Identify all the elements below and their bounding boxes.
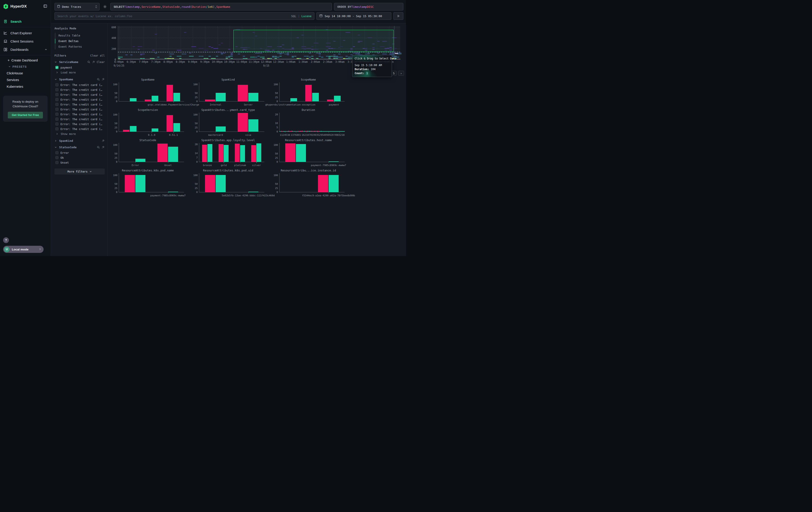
toggle-lucene[interactable]: Lucene: [301, 15, 312, 18]
checkbox[interactable]: [55, 113, 58, 116]
clear-all-button[interactable]: Clear all: [90, 54, 105, 57]
filter-section-name: SpanName: [59, 78, 95, 81]
help-button[interactable]: ?: [3, 237, 9, 243]
checkbox[interactable]: [55, 151, 58, 154]
create-dashboard-button[interactable]: + Create Dashboard: [0, 57, 51, 64]
inlier-bar: [130, 98, 137, 101]
source-selector[interactable]: Demo Traces: [55, 3, 99, 10]
search-icon[interactable]: [87, 60, 90, 64]
filter-option[interactable]: Error: The credit card (…: [55, 107, 105, 112]
filter-section-servicename: ServiceNameClearpaymentLoad more: [55, 60, 105, 75]
inlier-bar: [216, 93, 226, 101]
filter-option[interactable]: Error: [55, 150, 105, 155]
chart-y-tick: 50: [272, 92, 278, 95]
sidebar-item-clickhouse[interactable]: ClickHouse: [0, 70, 51, 77]
pin-icon[interactable]: [102, 78, 105, 81]
checkbox[interactable]: [55, 93, 58, 96]
toggle-sql[interactable]: SQL: [291, 15, 296, 18]
sidebar-item-dashboards[interactable]: Dashboards: [0, 46, 51, 54]
load-more-button[interactable]: Load more: [55, 70, 105, 75]
sidebar-item-search[interactable]: Search: [0, 17, 51, 26]
chart-x-label: 5e02b5fb-13ae-4296-bbbc-111f423c460d: [222, 194, 274, 197]
show-more-button[interactable]: Show more: [55, 131, 105, 136]
analysis-mode-option-event-deltas[interactable]: Event Deltas: [55, 38, 105, 44]
sidebar-item-services[interactable]: Services: [0, 77, 51, 83]
topbar-row-search: SQL | Lucene Sep 14 18:00:00 - Sep 15 05…: [55, 12, 403, 20]
presets-toggle[interactable]: PRESETS: [0, 64, 51, 70]
source-settings-gear-icon[interactable]: [102, 3, 108, 10]
chart-x-label: payment-7985c8969c-mwmw7: [311, 164, 346, 167]
chart-x-label: 19935295: [312, 134, 323, 136]
filter-option[interactable]: Error: The credit card (…: [55, 92, 105, 97]
right-column: Demo Traces SELECT Timestamp, ServiceNam…: [51, 0, 406, 256]
filter-section-header[interactable]: StatusCode: [55, 145, 105, 149]
filter-section-header[interactable]: SpanKind: [55, 139, 105, 142]
filter-option[interactable]: Ok: [55, 155, 105, 160]
chart-y-tick: 100: [111, 143, 117, 146]
filter-option[interactable]: Error: The credit card (…: [55, 112, 105, 117]
chart-plot: 02550100f5344ec9-a1ea-4290-a62a-78f5bee8…: [279, 173, 345, 192]
pagination-next-button[interactable]: ›: [398, 71, 404, 76]
filter-option[interactable]: payment: [55, 65, 105, 70]
filter-option[interactable]: Error: The credit card (…: [55, 87, 105, 92]
pin-icon[interactable]: [92, 60, 95, 64]
chart-y-tick: 100: [192, 83, 198, 86]
chart-title: ResourceAttribu...ice.instance.id: [272, 169, 345, 172]
filter-option[interactable]: Error: The credit card (…: [55, 102, 105, 107]
checkbox[interactable]: [55, 123, 58, 126]
run-query-button[interactable]: [393, 12, 403, 20]
more-filters-button[interactable]: More filters: [55, 168, 105, 174]
select-clause-input[interactable]: SELECT Timestamp, ServiceName, StatusCod…: [110, 3, 332, 10]
selection-rectangle[interactable]: [233, 30, 394, 52]
get-started-button[interactable]: Get Started for Free: [8, 112, 43, 118]
checkbox[interactable]: [55, 103, 58, 106]
delta-chart-statuscode: StatusCode02550100ErrorUnset: [111, 138, 184, 167]
search-icon[interactable]: [97, 146, 100, 149]
clear-filter-button[interactable]: Clear: [97, 60, 105, 64]
analysis-mode-option-event-patterns[interactable]: Event Patterns: [55, 44, 105, 49]
search-input[interactable]: [57, 15, 289, 18]
checkbox[interactable]: [55, 108, 58, 111]
checkbox[interactable]: [55, 161, 58, 164]
inlier-bar: [136, 159, 146, 162]
filter-option[interactable]: Error: The credit card (…: [55, 127, 105, 131]
pin-icon[interactable]: [102, 139, 105, 142]
date-range-picker[interactable]: Sep 14 18:00:00 - Sep 15 05:30:00: [316, 12, 391, 20]
chart-y-tick: 100: [192, 113, 198, 116]
filter-option[interactable]: Error: The credit card (…: [55, 117, 105, 122]
filter-option[interactable]: Unset: [55, 160, 105, 165]
chart-x-label: 1621070: [301, 134, 312, 136]
checkbox[interactable]: [55, 117, 58, 120]
chart-y-tick: 25: [111, 126, 117, 129]
chevron-right-icon: [56, 71, 59, 74]
outlier-bar: [238, 85, 248, 101]
filter-section-header[interactable]: SpanName: [55, 78, 105, 81]
app-title: HyperDX: [10, 4, 41, 9]
delta-chart-resourceattribu-ice-instance-id: ResourceAttribu...ice.instance.id0255010…: [272, 169, 345, 198]
sidebar-item-kubernetes[interactable]: Kubernetes: [0, 83, 51, 90]
checkbox[interactable]: [55, 156, 58, 159]
pin-icon[interactable]: [102, 146, 105, 149]
sidebar-item-chart-explorer[interactable]: Chart Explorer: [0, 29, 51, 37]
orderby-clause-input[interactable]: ORDER BY Timestamp DESC: [334, 3, 403, 10]
filter-option[interactable]: Error: The credit card (…: [55, 122, 105, 127]
analysis-mode-option-results-table[interactable]: Results Table: [55, 33, 105, 38]
checkbox[interactable]: [55, 83, 58, 86]
filter-section-header[interactable]: ServiceNameClear: [55, 60, 105, 64]
chart-y-tick: 50: [272, 183, 278, 185]
sidebar-collapse-icon[interactable]: [43, 4, 48, 9]
filter-section-spanname: SpanNameError: The credit card (…Error: …: [55, 78, 105, 136]
sidebar-item-client-sessions[interactable]: Client Sessions: [0, 37, 51, 46]
chart-y-tick: 50: [111, 92, 117, 95]
checkbox[interactable]: [55, 98, 58, 101]
outlier-bar: [235, 143, 240, 162]
filter-option[interactable]: Error: The credit card (…: [55, 82, 105, 87]
heatmap-x-tick: 1:30am: [298, 60, 308, 63]
search-icon[interactable]: [97, 78, 100, 81]
checkbox[interactable]: [55, 88, 58, 91]
chart-plot: 02550100ErrorUnset: [119, 143, 184, 162]
checkbox[interactable]: [55, 127, 58, 131]
checkbox[interactable]: [55, 66, 58, 69]
filter-option[interactable]: Error: The credit card (…: [55, 97, 105, 102]
account-menu[interactable]: U Local mode: [3, 246, 44, 253]
